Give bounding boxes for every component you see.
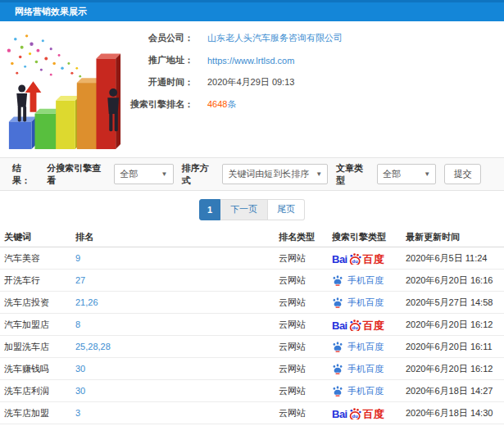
rank-link[interactable]: 30 xyxy=(75,386,279,396)
engine-view-value: 全部 xyxy=(120,168,138,180)
header-keyword: 关键词 xyxy=(0,231,75,243)
rank-type-cell: 云网站 xyxy=(279,252,332,265)
engine-view-label: 分搜索引擎查看 xyxy=(47,162,108,187)
info-section: 会员公司： 山东老人头汽车服务咨询有限公司 推广地址： https://www.… xyxy=(0,21,504,157)
chevron-down-icon: ▼ xyxy=(424,170,430,178)
rank-link[interactable]: 9 xyxy=(75,253,279,263)
rank-type-cell: 云网站 xyxy=(279,319,332,331)
engine-cell: 手机百度 xyxy=(332,297,406,309)
info-row: 推广地址： https://www.lrtlsd.com xyxy=(123,49,504,71)
last-page-button[interactable]: 尾页 xyxy=(268,199,305,220)
engine-cell: 手机百度 xyxy=(332,363,406,375)
baidu-logo-text-bai: Bai xyxy=(332,254,347,265)
chevron-down-icon: ▼ xyxy=(161,170,168,178)
info-highlight: 4648条 xyxy=(193,98,236,111)
mobile-baidu-badge: 手机百度 xyxy=(332,297,384,309)
baidu-logo-text-baidu: 百度 xyxy=(363,320,384,331)
baidu-paw-icon: du xyxy=(348,252,362,265)
page-header: 网络营销效果展示 xyxy=(0,0,504,21)
up-arrow xyxy=(25,81,42,112)
engine-cell: 手机百度 xyxy=(332,274,406,287)
engine-cell: Bai du 百度 xyxy=(332,407,406,419)
rank-link[interactable]: 8 xyxy=(75,320,279,329)
rank-type-cell: 云网站 xyxy=(279,297,332,309)
baidu-logo: Bai du 百度 xyxy=(332,407,384,419)
baidu-paw-icon: du xyxy=(348,407,362,419)
engine-view-select[interactable]: 全部 ▼ xyxy=(114,164,173,184)
mobile-baidu-label: 手机百度 xyxy=(347,363,384,375)
header-rank: 排名 xyxy=(75,231,279,243)
rank-link[interactable]: 3 xyxy=(75,408,279,418)
mobile-baidu-paw-icon xyxy=(332,297,343,308)
update-time-cell: 2020年6月20日 16:12 xyxy=(406,319,504,331)
baidu-logo-text-bai: Bai xyxy=(332,409,347,419)
baidu-logo: Bai du 百度 xyxy=(332,252,384,265)
rank-link[interactable]: 27 xyxy=(75,275,279,285)
mobile-baidu-badge: 手机百度 xyxy=(332,385,384,397)
page-number-current[interactable]: 1 xyxy=(199,199,220,220)
ranking-count: 4648 xyxy=(207,99,227,109)
table-row: 洗车店加盟 3 云网站 Bai du 百度 2020年6月18日 14:30 xyxy=(0,402,504,424)
baidu-logo-text-baidu: 百度 xyxy=(363,409,384,419)
keyword-cell: 加盟洗车店 xyxy=(0,341,75,353)
update-time-cell: 2020年6月20日 16:12 xyxy=(406,363,504,375)
rank-link[interactable]: 30 xyxy=(75,364,279,374)
table-row: 洗车店投资 21,26 云网站 手机百度 2020年5月27日 14:58 xyxy=(0,292,504,314)
header-rank-type: 排名类型 xyxy=(279,231,332,243)
mobile-baidu-label: 手机百度 xyxy=(347,341,384,353)
table-row: 洗车店利润 30 云网站 手机百度 2020年6月18日 14:27 xyxy=(0,380,504,402)
page-title: 网络营销效果展示 xyxy=(15,6,87,18)
update-time-cell: 2020年6月18日 14:30 xyxy=(406,407,504,419)
engine-cell: 手机百度 xyxy=(332,385,406,397)
businessman-left xyxy=(16,85,27,122)
keyword-cell: 洗车赚钱吗 xyxy=(0,363,75,375)
rank-type-cell: 云网站 xyxy=(279,341,332,353)
article-type-select[interactable]: 全部 ▼ xyxy=(377,164,436,184)
filter-controls: 分搜索引擎查看 全部 ▼ 排序方式 关键词由短到长排序 ▼ 文章类型 全部 ▼ … xyxy=(39,162,481,187)
submit-button[interactable]: 提交 xyxy=(444,164,481,184)
next-page-button[interactable]: 下一页 xyxy=(220,199,268,220)
article-type-value: 全部 xyxy=(383,168,401,180)
mobile-baidu-label: 手机百度 xyxy=(347,297,384,309)
baidu-logo-text-baidu: 百度 xyxy=(363,254,384,265)
rank-type-cell: 云网站 xyxy=(279,407,332,419)
update-time-cell: 2020年6月18日 14:27 xyxy=(406,385,504,397)
rank-link[interactable]: 25,28,28 xyxy=(75,342,279,351)
page: 网络营销效果展示 xyxy=(0,0,504,426)
ranking-table: 关键词 排名 排名类型 搜索引擎类型 最新更新时间 汽车美容 9 云网站 Bai… xyxy=(0,228,504,424)
mobile-baidu-label: 手机百度 xyxy=(347,274,384,287)
mobile-baidu-paw-icon xyxy=(332,385,343,397)
info-row: 搜索引擎排名： 4648条 xyxy=(123,93,504,116)
table-body: 汽车美容 9 云网站 Bai du 百度 2020年6月5日 11:24 开洗车… xyxy=(0,247,504,424)
engine-cell: Bai du 百度 xyxy=(332,252,406,265)
keyword-cell: 汽车美容 xyxy=(0,252,75,265)
info-label: 会员公司： xyxy=(123,32,193,44)
info-label: 推广地址： xyxy=(123,54,193,66)
info-row: 会员公司： 山东老人头汽车服务咨询有限公司 xyxy=(123,27,504,49)
sort-select[interactable]: 关键词由短到长排序 ▼ xyxy=(222,164,328,184)
table-row: 洗车赚钱吗 30 云网站 手机百度 2020年6月20日 16:12 xyxy=(0,358,504,380)
article-type-label: 文章类型 xyxy=(336,162,371,187)
rank-type-cell: 云网站 xyxy=(279,363,332,375)
baidu-paw-icon: du xyxy=(348,319,362,331)
update-time-cell: 2020年5月27日 14:58 xyxy=(406,297,504,309)
keyword-cell: 洗车店利润 xyxy=(0,385,75,397)
info-value: 2020年4月29日 09:13 xyxy=(207,76,294,88)
confetti-dots xyxy=(7,34,81,77)
info-value[interactable]: 山东老人头汽车服务咨询有限公司 xyxy=(207,32,343,44)
engine-cell: 手机百度 xyxy=(332,341,406,353)
baidu-logo-text-bai: Bai xyxy=(332,320,347,331)
keyword-cell: 开洗车行 xyxy=(0,274,75,287)
mobile-baidu-paw-icon xyxy=(332,363,343,374)
keyword-cell: 汽车加盟店 xyxy=(0,319,75,331)
ranking-count-unit[interactable]: 条 xyxy=(227,99,236,109)
update-time-cell: 2020年6月20日 16:11 xyxy=(406,341,504,353)
info-label: 开通时间： xyxy=(123,76,193,88)
baidu-logo-text-du: du xyxy=(352,414,358,419)
rank-link[interactable]: 21,26 xyxy=(75,297,279,307)
engine-cell: Bai du 百度 xyxy=(332,319,406,331)
mobile-baidu-paw-icon xyxy=(332,274,343,286)
rank-type-cell: 云网站 xyxy=(279,274,332,287)
info-row: 开通时间： 2020年4月29日 09:13 xyxy=(123,71,504,93)
info-value[interactable]: https://www.lrtlsd.com xyxy=(207,56,294,66)
